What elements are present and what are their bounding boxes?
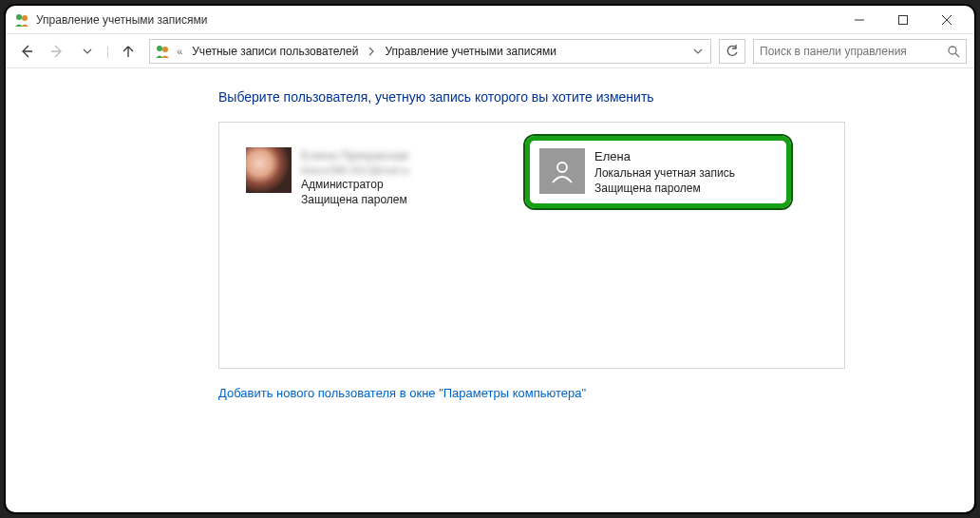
user-display-name: Елена Прекрасная bbox=[301, 147, 409, 164]
avatar bbox=[539, 148, 585, 194]
svg-point-9 bbox=[162, 47, 168, 52]
user-display-name: Елена bbox=[594, 148, 735, 165]
search-box[interactable] bbox=[753, 39, 967, 64]
svg-line-11 bbox=[955, 53, 959, 57]
close-button[interactable] bbox=[925, 7, 969, 33]
svg-point-8 bbox=[157, 46, 162, 51]
breadcrumb-item[interactable]: Управление учетными записями bbox=[381, 45, 559, 58]
back-button[interactable] bbox=[13, 38, 40, 65]
user-tile[interactable]: Елена Прекрасная blotus1986.2012@mail.ru… bbox=[233, 136, 499, 219]
recent-locations-button[interactable] bbox=[74, 38, 101, 65]
refresh-button[interactable] bbox=[719, 39, 745, 64]
user-account-type: Локальная учетная запись bbox=[594, 165, 735, 181]
user-protection: Защищена паролем bbox=[301, 192, 409, 207]
svg-rect-3 bbox=[899, 15, 908, 24]
window-title: Управление учетными записями bbox=[36, 13, 838, 27]
separator: | bbox=[104, 45, 111, 58]
users-app-icon bbox=[154, 43, 171, 60]
add-user-link[interactable]: Добавить нового пользователя в окне "Пар… bbox=[218, 386, 586, 400]
users-list: Елена Прекрасная blotus1986.2012@mail.ru… bbox=[218, 122, 845, 369]
svg-point-12 bbox=[557, 163, 567, 172]
svg-point-10 bbox=[949, 47, 956, 54]
address-bar[interactable]: « Учетные записи пользователей Управлени… bbox=[149, 39, 711, 64]
forward-button[interactable] bbox=[44, 38, 70, 65]
search-icon[interactable] bbox=[947, 45, 960, 58]
navbar: | « Учетные записи пользователей Управле… bbox=[6, 34, 974, 68]
search-input[interactable] bbox=[760, 45, 943, 58]
window-frame: Управление учетными записями | bbox=[4, 4, 976, 514]
address-dropdown-button[interactable] bbox=[689, 40, 707, 63]
breadcrumb-item[interactable]: Учетные записи пользователей bbox=[188, 45, 362, 58]
user-role: Администратор bbox=[301, 177, 409, 192]
minimize-button[interactable] bbox=[838, 7, 881, 33]
users-app-icon bbox=[13, 11, 30, 29]
titlebar: Управление учетными записями bbox=[6, 6, 974, 34]
maximize-button[interactable] bbox=[881, 7, 925, 33]
user-protection: Защищена паролем bbox=[594, 181, 735, 196]
avatar bbox=[246, 147, 292, 193]
up-button[interactable] bbox=[115, 38, 141, 65]
svg-point-1 bbox=[22, 15, 28, 21]
user-email: blotus1986.2012@mail.ru bbox=[301, 164, 409, 178]
chevron-right-icon[interactable] bbox=[366, 47, 377, 56]
page-heading: Выберите пользователя, учетную запись ко… bbox=[218, 89, 845, 105]
svg-point-0 bbox=[16, 14, 22, 20]
user-tile[interactable]: Елена Локальная учетная запись Защищена … bbox=[525, 136, 791, 208]
content-area: Выберите пользователя, учетную запись ко… bbox=[6, 68, 974, 512]
window-controls bbox=[838, 7, 969, 33]
breadcrumb-root-chevron[interactable]: « bbox=[175, 46, 184, 57]
